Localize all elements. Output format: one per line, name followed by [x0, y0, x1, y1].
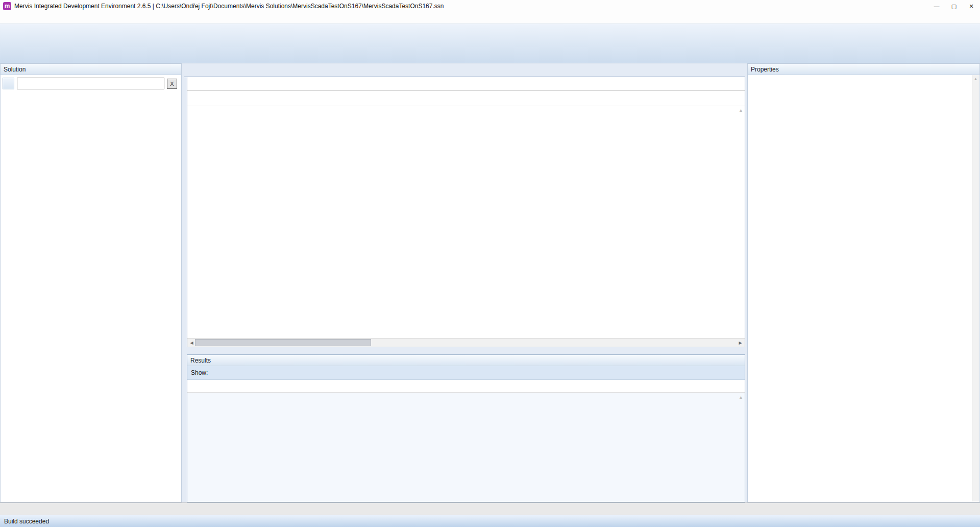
results-panel-header: Results — [187, 355, 745, 366]
scroll-thumb[interactable] — [195, 339, 371, 346]
search-icon[interactable] — [3, 78, 14, 89]
window-title: Mervis Integrated Development Environmen… — [14, 3, 928, 10]
solution-search-clear-button[interactable]: X — [167, 79, 177, 89]
solution-search-row: X — [1, 75, 181, 92]
editor-tab-strip — [184, 63, 745, 77]
toolbar — [0, 23, 980, 63]
title-bar: m Mervis Integrated Development Environm… — [0, 0, 980, 12]
app-logo-icon: m — [3, 2, 11, 10]
results-header-row — [187, 380, 745, 393]
solution-panel-title: Solution — [4, 66, 179, 73]
editor-area: ▲ ◀ ▶ Results Show: ▲ — [184, 63, 745, 502]
solution-panel-header: Solution — [1, 64, 181, 75]
menu-bar — [0, 12, 980, 23]
minimize-icon[interactable]: — — [928, 0, 945, 12]
grid-header-row — [187, 77, 745, 91]
results-filter-row: Show: — [187, 366, 745, 380]
grid-vscroll-up-icon[interactable]: ▲ — [739, 108, 743, 113]
status-text: Build succeeded — [4, 518, 49, 525]
properties-scrollbar[interactable]: ▲ — [972, 75, 979, 501]
results-panel: Results Show: ▲ — [187, 354, 745, 502]
main-area: Solution X ▲ ◀ ▶ Results — [0, 63, 980, 502]
properties-rows — [748, 75, 979, 502]
grid-empty-space — [187, 106, 745, 338]
maximize-icon[interactable]: ▢ — [945, 0, 963, 12]
window-controls: — ▢ ✕ — [928, 0, 980, 12]
results-splitter[interactable] — [184, 347, 745, 354]
solution-panel: Solution X — [0, 63, 182, 502]
results-panel-title: Results — [190, 357, 742, 364]
scroll-right-icon[interactable]: ▶ — [736, 339, 745, 347]
solution-tree — [1, 92, 181, 502]
bottom-tab-strip — [0, 502, 980, 515]
grid-filter-row — [187, 91, 745, 106]
results-body: ▲ — [187, 393, 745, 502]
show-label: Show: — [191, 369, 208, 376]
properties-panel-title: Properties — [751, 66, 977, 73]
status-bar: Build succeeded — [0, 515, 980, 527]
properties-panel: Properties ▲ — [747, 63, 980, 502]
properties-panel-header: Properties — [748, 64, 979, 75]
results-vscroll-up-icon[interactable]: ▲ — [739, 395, 743, 400]
grid-horizontal-scrollbar: ◀ ▶ — [187, 338, 745, 347]
solution-search-input[interactable] — [17, 78, 164, 89]
close-icon[interactable]: ✕ — [963, 0, 980, 12]
variable-grid: ▲ ◀ ▶ — [187, 77, 745, 347]
